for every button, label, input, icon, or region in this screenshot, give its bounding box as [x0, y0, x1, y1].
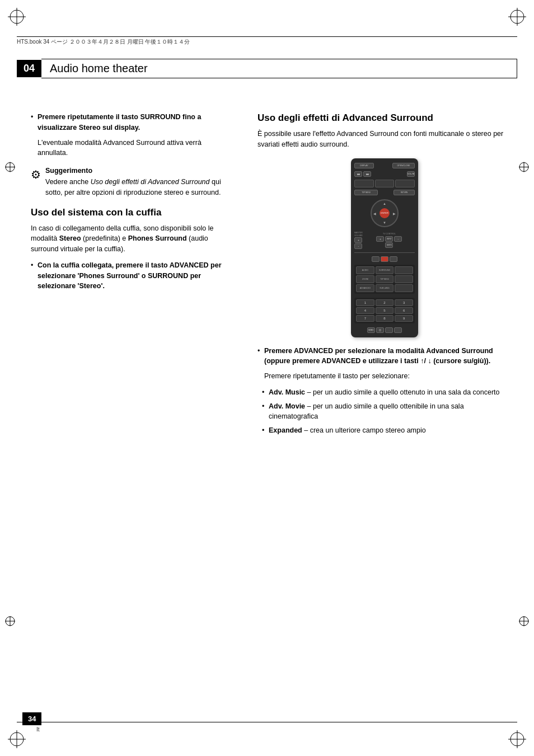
- remote-num0: 0: [376, 327, 384, 333]
- tip-text: Vedere anche Uso degli effetti di Advanc…: [45, 177, 232, 198]
- chapter-title: Audio home theater: [41, 59, 517, 78]
- corner-crosshair-br: [506, 728, 528, 750]
- remote-enter-btn: ENTER: [380, 208, 390, 218]
- remote-blank-btn: [395, 266, 413, 274]
- remote-separator: [354, 252, 415, 253]
- section2-body: In caso di collegamento della cuffia, so…: [31, 223, 232, 255]
- remote-openclose-btn: OPEN/CLOSE: [392, 163, 415, 168]
- remote-num3: 3: [395, 299, 413, 306]
- advanced-bullet-text: Premere ADVANCED per selezionare la moda…: [257, 346, 512, 367]
- corner-crosshair-tr: [506, 6, 528, 28]
- remote-color-btn2: [381, 256, 388, 262]
- remote-return: RETURN: [394, 190, 415, 195]
- remote-zoom-btn: ZOOM: [356, 275, 374, 283]
- bullet-1-text: Premere ripetutamente il tasto SURROUND …: [31, 112, 232, 133]
- remote-num8: 8: [376, 315, 394, 322]
- remote-skip-btn2: ⏭: [363, 171, 371, 177]
- right-section-title: Uso degli effetti di Advanced Surround: [257, 112, 512, 124]
- side-reg-mark-left: [4, 162, 16, 175]
- remote-num6: 6: [395, 307, 413, 314]
- right-section-body: È possibile usare l'effetto Advanced Sur…: [257, 129, 512, 150]
- remote-scan-btn: SCN+FM: [407, 171, 415, 177]
- side-reg-mark-right-bottom: [518, 616, 530, 628]
- bullet-1-body: L'eventuale modalità Advanced Surround a…: [31, 138, 232, 159]
- corner-crosshair-bl: [6, 728, 28, 750]
- sub-bullet-music: Adv. Music – per un audio simile a quell…: [257, 387, 512, 398]
- page-number: 34: [22, 712, 41, 725]
- tip-title: Suggerimento: [45, 167, 232, 175]
- remote-btn-left: [354, 180, 374, 187]
- remote-btn-middle: [375, 180, 395, 187]
- remote-memory-btn: MEMO: [367, 327, 375, 333]
- remote-color-btn1: [372, 256, 380, 262]
- remote-skip-back: ⏮: [354, 171, 362, 177]
- remote-num5: 5: [376, 307, 394, 314]
- remote-color-btn3: [390, 256, 397, 262]
- chapter-header: 04 Audio home theater: [17, 59, 517, 78]
- remote-vol-minus: -: [354, 243, 362, 249]
- remote-num1: 1: [356, 299, 374, 306]
- side-reg-mark-right: [518, 162, 530, 175]
- remote-vol-plus: +: [354, 237, 362, 243]
- page-lang: It: [36, 726, 40, 732]
- remote-mute: MUTE: [385, 242, 393, 248]
- remote-topmenu: TOP MENU: [354, 190, 378, 195]
- remote-control: DISPLAY OPEN/CLOSE ⏮ ⏭ SCN+FM TOP MENU R…: [351, 158, 418, 337]
- remote-btn-right: [395, 180, 415, 187]
- corner-crosshair-tl: [6, 6, 28, 28]
- remote-num2: 2: [376, 299, 394, 306]
- section2-bullet: Con la cuffia collegata, premere il tast…: [31, 260, 232, 292]
- remote-extra-btn: [394, 327, 402, 333]
- remote-illustration: DISPLAY OPEN/CLOSE ⏮ ⏭ SCN+FM TOP MENU R…: [257, 158, 512, 337]
- remote-advanced-btn: ADVANCED: [356, 284, 374, 292]
- sub-bullet-movie: Adv. Movie – per un audio simile a quell…: [257, 401, 512, 422]
- remote-blank3-btn: [395, 284, 413, 292]
- chapter-number: 04: [17, 60, 41, 77]
- remote-tv-vol-minus: -: [394, 236, 402, 242]
- sub-bullet-expanded: Expanded – crea un ulteriore campo stere…: [257, 425, 512, 436]
- print-info: HTS.book 34 ページ ２００３年４月２８日 月曜日 午後１０時１４分: [17, 36, 517, 46]
- remote-sub-btn: SUB LANG: [376, 284, 394, 292]
- remote-display-btn: DISPLAY: [354, 163, 374, 168]
- remote-dot-btn: .: [385, 327, 393, 333]
- remote-tv-vol-plus: +: [376, 236, 384, 242]
- remote-nav-ring: ENTER ▲ ▼ ◀ ▶: [371, 199, 399, 227]
- remote-num7: 7: [356, 315, 374, 322]
- remote-audio-btn: AUDIO: [356, 266, 374, 274]
- bullet-1-bold: Premere ripetutamente il tasto SURROUND …: [38, 113, 201, 132]
- remote-blank2-btn: [395, 275, 413, 283]
- bottom-border: [17, 722, 517, 722]
- remote-func-section: AUDIO SURROUND ZOOM TOP MENU ADVANCED SU…: [354, 265, 415, 294]
- remote-numpad: 1 2 3 4 5 6 7 8 9: [354, 298, 415, 323]
- tip-content: Suggerimento Vedere anche Uso degli effe…: [45, 167, 232, 198]
- remote-topmenu2-btn: TOP MENU: [376, 275, 394, 283]
- tip-icon: ⚙: [31, 168, 41, 181]
- side-reg-mark-left-bottom: [4, 616, 16, 628]
- right-column: Uso degli effetti di Advanced Surround È…: [257, 112, 512, 439]
- advanced-body: Premere ripetutamente il tasto per selez…: [257, 371, 512, 382]
- remote-num9: 9: [395, 315, 413, 322]
- left-column: Premere ripetutamente il tasto SURROUND …: [31, 112, 232, 296]
- tip-box: ⚙ Suggerimento Vedere anche Uso degli ef…: [31, 167, 232, 198]
- section2-title: Uso del sistema con la cuffia: [31, 206, 232, 219]
- remote-surround-btn: SURROUND: [376, 266, 394, 274]
- remote-num4: 4: [356, 307, 374, 314]
- remote-input: INPUT: [385, 236, 393, 242]
